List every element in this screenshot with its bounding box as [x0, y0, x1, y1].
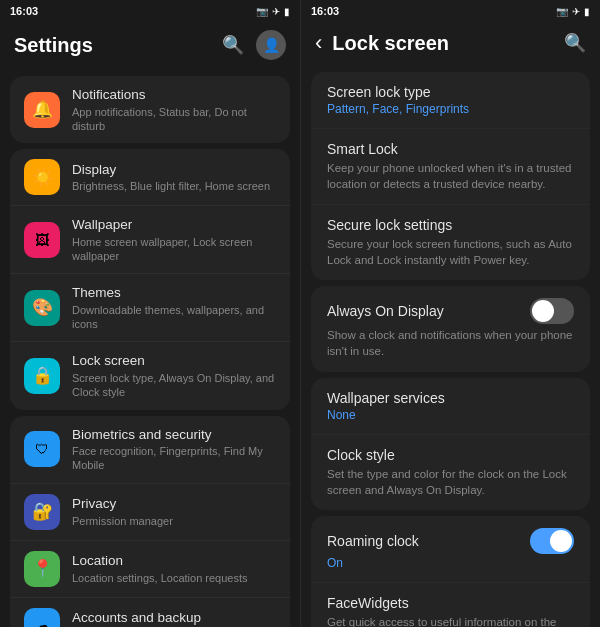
location-icon: 📍	[24, 551, 60, 587]
notifications-title: Notifications	[72, 86, 276, 104]
secure-lock-item[interactable]: Secure lock settings Secure your lock sc…	[311, 205, 590, 280]
notifications-item[interactable]: 🔔 Notifications App notifications, Statu…	[10, 76, 290, 143]
group-aod: Always On Display Show a clock and notif…	[311, 286, 590, 371]
status-bar-right: 16:03 📷 ✈ ▮	[301, 0, 600, 22]
location-title: Location	[72, 552, 276, 570]
battery-icon-right: ▮	[584, 6, 590, 17]
back-button[interactable]: ‹	[315, 30, 322, 56]
wallpaper-services-link: None	[327, 408, 574, 422]
avatar[interactable]: 👤	[256, 30, 286, 60]
themes-icon: 🎨	[24, 290, 60, 326]
biometrics-subtitle: Face recognition, Fingerprints, Find My …	[72, 444, 276, 473]
right-panel: 16:03 📷 ✈ ▮ ‹ Lock screen 🔍 Screen lock …	[300, 0, 600, 627]
clock-style-title: Clock style	[327, 447, 574, 463]
right-header: ‹ Lock screen 🔍	[301, 22, 600, 66]
biometrics-title: Biometrics and security	[72, 426, 276, 444]
accounts-icon: ☁	[24, 608, 60, 627]
privacy-subtitle: Permission manager	[72, 514, 276, 528]
section-security: 🛡 Biometrics and security Face recogniti…	[10, 416, 290, 627]
camera-icon: 📷	[256, 6, 268, 17]
settings-list: 🔔 Notifications App notifications, Statu…	[0, 70, 300, 627]
roaming-clock-toggle-thumb	[550, 530, 572, 552]
search-icon[interactable]: 🔍	[222, 34, 244, 56]
facewidgets-item[interactable]: FaceWidgets Get quick access to useful i…	[311, 583, 590, 627]
section-notifications: 🔔 Notifications App notifications, Statu…	[10, 76, 290, 143]
aod-toggle-thumb	[532, 300, 554, 322]
secure-lock-title: Secure lock settings	[327, 217, 574, 233]
display-icon: ☀️	[24, 159, 60, 195]
status-icons-right: 📷 ✈ ▮	[556, 6, 590, 17]
group-wallpaper-clock: Wallpaper services None Clock style Set …	[311, 378, 590, 510]
lock-screen-item[interactable]: 🔒 Lock screen Screen lock type, Always O…	[10, 342, 290, 409]
biometrics-icon: 🛡	[24, 431, 60, 467]
smart-lock-title: Smart Lock	[327, 141, 574, 157]
lock-screen-icon: 🔒	[24, 358, 60, 394]
themes-item[interactable]: 🎨 Themes Downloadable themes, wallpapers…	[10, 274, 290, 342]
roaming-clock-toggle[interactable]	[530, 528, 574, 554]
left-panel: 16:03 📷 ✈ ▮ Settings 🔍 👤 🔔 Notifications…	[0, 0, 300, 627]
left-panel-title: Settings	[14, 34, 93, 57]
clock-style-subtitle: Set the type and color for the clock on …	[327, 466, 574, 498]
group-roaming-face: Roaming clock On FaceWidgets Get quick a…	[311, 516, 590, 627]
facewidgets-subtitle: Get quick access to useful information o…	[327, 614, 574, 627]
wallpaper-icon: 🖼	[24, 222, 60, 258]
search-icon-right[interactable]: 🔍	[564, 32, 586, 54]
lock-screen-title: Lock screen	[72, 352, 276, 370]
facewidgets-title: FaceWidgets	[327, 595, 574, 611]
screen-lock-type-item[interactable]: Screen lock type Pattern, Face, Fingerpr…	[311, 72, 590, 129]
right-header-row: ‹ Lock screen	[315, 30, 449, 56]
status-icons-left: 📷 ✈ ▮	[256, 6, 290, 17]
group-lock-type: Screen lock type Pattern, Face, Fingerpr…	[311, 72, 590, 280]
roaming-clock-status: On	[327, 556, 574, 570]
secure-lock-subtitle: Secure your lock screen functions, such …	[327, 236, 574, 268]
location-subtitle: Location settings, Location requests	[72, 571, 276, 585]
aod-toggle[interactable]	[530, 298, 574, 324]
display-title: Display	[72, 161, 276, 179]
themes-subtitle: Downloadable themes, wallpapers, and ico…	[72, 303, 276, 332]
display-item[interactable]: ☀️ Display Brightness, Blue light filter…	[10, 149, 290, 206]
roaming-clock-title: Roaming clock	[327, 533, 419, 549]
wallpaper-title: Wallpaper	[72, 216, 276, 234]
themes-title: Themes	[72, 284, 276, 302]
smart-lock-subtitle: Keep your phone unlocked when it's in a …	[327, 160, 574, 192]
smart-lock-item[interactable]: Smart Lock Keep your phone unlocked when…	[311, 129, 590, 205]
lock-screen-settings: Screen lock type Pattern, Face, Fingerpr…	[301, 66, 600, 627]
right-panel-title: Lock screen	[332, 32, 449, 55]
privacy-item[interactable]: 🔐 Privacy Permission manager	[10, 484, 290, 541]
notifications-subtitle: App notifications, Status bar, Do not di…	[72, 105, 276, 134]
biometrics-item[interactable]: 🛡 Biometrics and security Face recogniti…	[10, 416, 290, 484]
screen-lock-type-title: Screen lock type	[327, 84, 574, 100]
privacy-icon: 🔐	[24, 494, 60, 530]
camera-icon-right: 📷	[556, 6, 568, 17]
wallpaper-services-title: Wallpaper services	[327, 390, 574, 406]
airplane-icon: ✈	[272, 6, 280, 17]
aod-item[interactable]: Always On Display Show a clock and notif…	[311, 286, 590, 371]
battery-icon: ▮	[284, 6, 290, 17]
aod-title: Always On Display	[327, 303, 444, 319]
status-time-left: 16:03	[10, 5, 38, 17]
status-time-right: 16:03	[311, 5, 339, 17]
notifications-icon: 🔔	[24, 92, 60, 128]
airplane-icon-right: ✈	[572, 6, 580, 17]
left-header-icons: 🔍 👤	[222, 30, 286, 60]
screen-lock-type-link: Pattern, Face, Fingerprints	[327, 102, 574, 116]
wallpaper-item[interactable]: 🖼 Wallpaper Home screen wallpaper, Lock …	[10, 206, 290, 274]
privacy-title: Privacy	[72, 495, 276, 513]
status-bar-left: 16:03 📷 ✈ ▮	[0, 0, 300, 22]
accounts-item[interactable]: ☁ Accounts and backup Samsung Cloud, Sma…	[10, 598, 290, 627]
wallpaper-subtitle: Home screen wallpaper, Lock screen wallp…	[72, 235, 276, 264]
left-header: Settings 🔍 👤	[0, 22, 300, 70]
accounts-title: Accounts and backup	[72, 609, 276, 627]
lock-screen-subtitle: Screen lock type, Always On Display, and…	[72, 371, 276, 400]
aod-subtitle: Show a clock and notifications when your…	[327, 327, 574, 359]
location-item[interactable]: 📍 Location Location settings, Location r…	[10, 541, 290, 598]
display-subtitle: Brightness, Blue light filter, Home scre…	[72, 179, 276, 193]
roaming-clock-item[interactable]: Roaming clock On	[311, 516, 590, 583]
clock-style-item[interactable]: Clock style Set the type and color for t…	[311, 435, 590, 510]
wallpaper-services-item[interactable]: Wallpaper services None	[311, 378, 590, 435]
section-display: ☀️ Display Brightness, Blue light filter…	[10, 149, 290, 409]
